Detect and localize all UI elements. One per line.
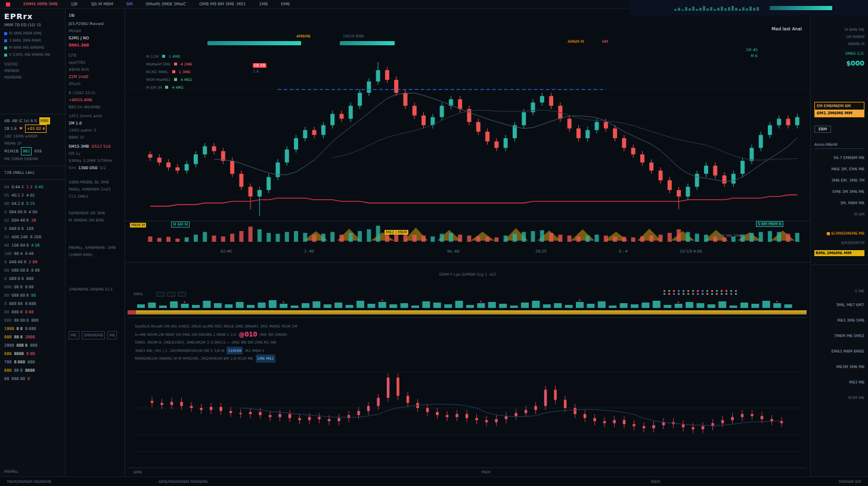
secondary-chart[interactable] <box>134 345 802 468</box>
replay-progress-bar-2[interactable] <box>340 41 395 45</box>
layer-checkbox[interactable]: S 53M1 M6 M6M6 M6 <box>4 52 61 58</box>
replay-progress-bar-1[interactable] <box>207 41 301 45</box>
volume-badge-1[interactable]: M6M,M <box>130 223 146 228</box>
watchlist-row[interactable]: 88088 88 888 <box>4 291 61 300</box>
signal-dot-grid <box>664 290 739 295</box>
watchlist-row[interactable]: 88888 88 8888 <box>4 316 61 325</box>
checkbox-icon[interactable] <box>4 46 7 49</box>
menu-item[interactable]: SMwM| |M6B 3MwC <box>145 2 186 7</box>
depth-band-chart[interactable] <box>137 297 799 309</box>
text: 004 48 8 <box>11 216 29 225</box>
watchlist-row[interactable]: 0088 8 8888 <box>4 275 61 283</box>
watchlist-row[interactable]: 18888 48 48 <box>4 250 61 258</box>
checkbox-icon[interactable] <box>4 39 7 42</box>
progress-bar[interactable] <box>770 6 832 10</box>
orderbook-row[interactable]: EM6 3M 3M6 M6 <box>814 186 864 198</box>
watchlist-row[interactable]: 2888888 8888 <box>4 341 61 350</box>
text: B (1042 52/3) <box>69 89 95 96</box>
main-price-chart[interactable] <box>125 18 810 256</box>
panel-divider[interactable] <box>125 262 810 263</box>
text: 28 <box>31 216 36 225</box>
row: M6 5M6M 5M6M6 <box>4 155 61 163</box>
legend-label: M.12M <box>146 52 159 60</box>
alert-badge[interactable]: EB EB 1.6 <box>253 63 266 74</box>
account-labels: SSEMDM6M6MM6M6M6 <box>4 61 61 81</box>
heat-band-cap <box>128 310 136 314</box>
text: 5nn <box>69 164 76 172</box>
menu-item[interactable]: 1JB <box>71 2 78 7</box>
text: 888 <box>26 275 33 283</box>
watchlist-row[interactable]: 88808 88 88 <box>4 283 61 291</box>
orderbook-rows: S6.7 EM66M M6M66 3M, EM6 M63M6 EM, 3M6 7… <box>814 152 864 220</box>
signal-dot-icon <box>692 290 694 292</box>
ebm-button[interactable]: EBM <box>814 126 831 133</box>
text: 1lb <box>69 12 75 19</box>
sidebar-footer-label: M6M6s <box>4 469 18 474</box>
watchlist-row[interactable]: 18888 88 888 <box>4 325 61 333</box>
alert-box[interactable]: EM EM6M6EM 6M 6M1.3M6M6 MM <box>814 102 864 117</box>
heat-band[interactable] <box>128 310 807 314</box>
x-axis-tick: 10:1/0 4:00 <box>680 249 702 254</box>
sub-axis-left-label: 6M6 <box>134 470 142 475</box>
legend-value: 4 2M6 <box>181 60 192 68</box>
watchlist-row[interactable]: 8048 48 82 88 <box>4 258 61 266</box>
text: M63M 3M6 M6 <box>836 359 864 375</box>
menu-item[interactable]: EM6 <box>281 2 290 7</box>
orderbook-row[interactable]: S6.7 EM66M M6 <box>814 152 864 164</box>
checkbox-icon[interactable] <box>4 32 7 35</box>
checkbox-icon[interactable] <box>4 54 7 57</box>
signal-dot-icon <box>673 293 675 295</box>
layer-checkbox[interactable]: 3 6M6 3M6 M6M <box>4 38 61 43</box>
watchlist-row[interactable]: 88888 82888 <box>4 333 61 341</box>
volume-chip[interactable]: M 6M M <box>171 222 190 227</box>
text: M6M6 3F <box>4 140 21 147</box>
account-label: M6M6M6 <box>4 74 61 81</box>
stats-rows: 3M6, M67 6M7M63 3M6 5M67M6M M6 5M63EM63 … <box>814 297 864 406</box>
stats-row: M63 3M6 5M6 <box>814 313 864 328</box>
text: BBMl 37 <box>69 134 85 141</box>
teal-stat-2: M 6 <box>751 54 758 58</box>
watchlist-row[interactable]: 02004 48 828 <box>4 216 61 225</box>
signal-dot-icon <box>706 293 708 295</box>
watchlist-row[interactable]: 0084 00 84 00 <box>4 208 61 216</box>
text: @010 <box>238 331 257 339</box>
layer-checkbox-list: M 6M6 M6M 6M63 6M6 3M6 M6MM 6M6 M6 6M6M6… <box>4 30 61 58</box>
watchlist-row[interactable]: 52A08 2488 208 <box>4 233 61 241</box>
volume-badge-2[interactable]: M62 | M6M <box>385 230 408 235</box>
row: M6M6 3F <box>4 140 61 147</box>
last-price-tag[interactable]: S 6M M6M 6 <box>756 222 783 226</box>
menu-item[interactable]: OM6 M9 6M 3M6 .M01 <box>199 2 246 7</box>
watchlist-row[interactable]: 0540.1 24 02 <box>4 191 61 200</box>
menu-item[interactable]: EMM4 MM9-3MB <box>23 2 58 7</box>
menu-item[interactable]: SM <box>126 2 132 7</box>
orderbook-row[interactable]: 3M6 EM, 3M6 7M <box>814 175 864 186</box>
watchlist-row[interactable]: 8048 8 8108 <box>4 225 61 233</box>
layer-checkbox[interactable]: M 6M6 M6 6M6M6 <box>4 45 61 51</box>
watchlist-row[interactable]: 7888 888888 <box>4 358 61 366</box>
text: 4 02 <box>26 191 35 200</box>
watchlist-row[interactable]: 88888 88888 <box>4 366 61 375</box>
watchlist-row[interactable]: 88888 888 <box>4 375 61 383</box>
signal-dot-icon <box>735 290 737 292</box>
text: M63 M6 <box>849 375 864 390</box>
watchlist-row[interactable]: 040.44 21 20.40 <box>4 183 61 191</box>
menu-item[interactable]: 3Jb M M6M <box>91 2 113 7</box>
menu-item[interactable]: 1M6 <box>259 2 268 7</box>
layer-checkbox[interactable]: M 6M6 M6M 6M6 <box>4 30 61 36</box>
watchlist-row[interactable]: 8888 888 888 <box>4 300 61 308</box>
sub-legend-chips[interactable] <box>156 292 186 297</box>
highlight-orange-row[interactable]: ■ 6/3M65M6M6 M6 <box>814 231 864 236</box>
watchlist-row[interactable]: 88088 08 88 88 <box>4 266 61 275</box>
watchlist-row[interactable]: 48108 84 84 08 <box>4 241 61 250</box>
orderbook-row[interactable]: M66 3M, EM6 M6 <box>814 164 864 175</box>
watchlist-row[interactable]: 0804.2 80 25 <box>4 200 61 208</box>
text: M66 3M, EM6 M6 <box>832 164 864 175</box>
text: 5M15 3MB <box>69 143 89 150</box>
last-price: $000 <box>814 60 864 67</box>
watchlist-row[interactable]: 88888 88 88 <box>4 308 61 316</box>
watchlist-row[interactable]: 88888888 88 <box>4 350 61 358</box>
orderbook-row[interactable]: M 6M <box>814 209 864 220</box>
highlight-yellow-row[interactable]: RM6.3M6M6 MM <box>814 250 864 256</box>
orderbook-row[interactable]: 3M, M6M M6 <box>814 198 864 209</box>
text: 88 <box>4 375 9 383</box>
